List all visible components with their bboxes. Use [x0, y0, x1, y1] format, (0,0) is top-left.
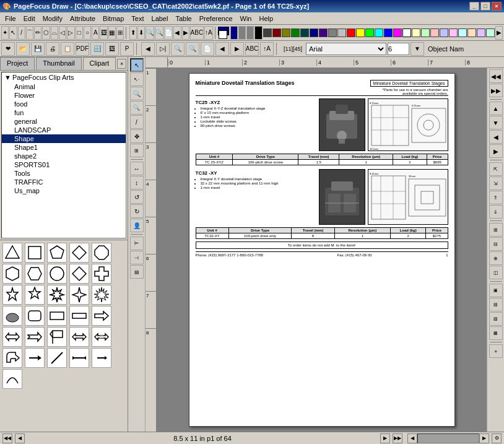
tb-arc[interactable]: ⌓: [51, 26, 58, 40]
rt-align1[interactable]: ▣: [489, 284, 503, 297]
tree-item-landscap[interactable]: LANDSCAP: [2, 126, 126, 134]
swatch-darkred[interactable]: [272, 28, 281, 37]
tb-img[interactable]: 🖼: [100, 26, 107, 40]
shape-rounded-rect[interactable]: [25, 306, 45, 326]
menu-attribute[interactable]: Attribute: [66, 14, 99, 24]
swatch-lightblue[interactable]: [440, 28, 448, 37]
status-next2[interactable]: ▶▶: [393, 433, 402, 443]
tb-text[interactable]: A: [92, 26, 99, 40]
rt-nav2[interactable]: ⇲: [489, 176, 503, 190]
tb-line[interactable]: /: [18, 26, 25, 40]
tb2-zoom2[interactable]: 🔍: [186, 42, 199, 56]
shape-small-arrow[interactable]: [92, 348, 111, 368]
shape-star5[interactable]: [2, 285, 22, 305]
shape-star4[interactable]: [69, 285, 89, 305]
new-button[interactable]: ✦: [1, 26, 9, 40]
shape-star6[interactable]: [25, 285, 45, 305]
shape-notched-arrow[interactable]: [25, 327, 45, 347]
menu-bitmap[interactable]: Bitmap: [99, 14, 128, 24]
font-select[interactable]: Arial: [306, 43, 386, 55]
maximize-button[interactable]: □: [480, 2, 490, 11]
swatch-blue[interactable]: [384, 28, 393, 37]
shape-square[interactable]: [25, 243, 45, 263]
tool-select2[interactable]: ↖·: [130, 72, 144, 86]
shape-double-arrow2[interactable]: [92, 327, 111, 347]
tab-thumbnail[interactable]: Thumbnail: [36, 57, 81, 70]
tb-poly[interactable]: ⬡: [42, 26, 50, 40]
swatch-lime[interactable]: [365, 28, 374, 37]
tb2-btn6[interactable]: PDF: [76, 42, 89, 56]
shape-hexagon2[interactable]: [25, 264, 45, 284]
tool-multipage[interactable]: ⊞: [130, 144, 144, 157]
rt-down[interactable]: ▼: [489, 116, 503, 129]
status-prev[interactable]: ◀◀: [2, 433, 12, 443]
menu-preference[interactable]: Preference: [196, 14, 237, 24]
rt-align2[interactable]: ▤: [489, 298, 503, 311]
tool-pattern[interactable]: ▤: [130, 265, 144, 279]
rt-last1[interactable]: ≡: [489, 344, 503, 358]
tab-project[interactable]: Project: [0, 57, 35, 70]
tb2-next[interactable]: ▶: [230, 42, 244, 56]
rt-tool2[interactable]: ⊟: [489, 237, 503, 251]
swatch-lightcyan[interactable]: [458, 28, 467, 37]
status-next[interactable]: ▶: [380, 433, 390, 443]
rt-nav1[interactable]: ⇱: [489, 162, 503, 176]
tool-rotate[interactable]: ↺: [130, 190, 144, 204]
bg-color[interactable]: [219, 30, 227, 39]
tb-arrow[interactable]: ↖: [9, 26, 17, 40]
swatch-darkgray[interactable]: [263, 28, 272, 37]
tool-line[interactable]: /: [130, 115, 144, 129]
rt-tool1[interactable]: ⊞: [489, 223, 503, 237]
close-panel-button[interactable]: ×: [117, 59, 126, 69]
tb2-caps2[interactable]: ↑A: [260, 42, 274, 56]
font-size-input[interactable]: [388, 43, 409, 55]
rt-up[interactable]: ▲: [489, 102, 503, 115]
shape-diagonal-line[interactable]: [47, 348, 67, 368]
swatch-white[interactable]: [402, 28, 411, 37]
shape-bent-arrow[interactable]: [2, 348, 22, 368]
tb-grid[interactable]: ⊞: [116, 26, 124, 40]
tb2-btn5[interactable]: 📋: [61, 42, 74, 56]
swatch-yellow[interactable]: [356, 28, 365, 37]
tree-root[interactable]: ▼ PageFocus Clip Arts: [2, 72, 126, 82]
tree-item-fun[interactable]: fun: [2, 108, 126, 117]
tb-next[interactable]: ▶: [182, 26, 189, 40]
font-size-down[interactable]: ▼: [411, 42, 424, 56]
swatch-lightgreen[interactable]: [421, 28, 430, 37]
shape-sunburst[interactable]: [92, 285, 111, 305]
tb-spell[interactable]: ABC: [190, 26, 204, 40]
tb2-btn9[interactable]: P: [120, 42, 134, 56]
color-arrow1[interactable]: ◀: [254, 26, 262, 40]
swatch-darkteal[interactable]: [300, 28, 309, 37]
scroll-right[interactable]: ▶: [479, 433, 489, 443]
tool-person[interactable]: 👤: [130, 219, 144, 232]
tool-fliph[interactable]: ↔: [130, 162, 144, 175]
tb-curve[interactable]: ⌒: [26, 26, 33, 40]
swatch-lightyellow[interactable]: [412, 28, 420, 37]
tb-rect[interactable]: □: [76, 26, 83, 40]
rt-right[interactable]: ▶: [489, 144, 503, 158]
tool-move[interactable]: ✥: [130, 129, 144, 143]
tool-zoom-out[interactable]: 🔍: [130, 101, 144, 115]
tree-item-animal[interactable]: Animal: [2, 82, 126, 91]
tb-shape1[interactable]: ◁: [59, 26, 66, 40]
tb-shape2[interactable]: ▷: [67, 26, 74, 40]
shape-arc[interactable]: [2, 369, 22, 389]
swatch-mint[interactable]: [486, 28, 495, 37]
scroll-left[interactable]: ◀: [407, 433, 417, 443]
shape-diamond[interactable]: [69, 243, 89, 263]
tree-item-usmap[interactable]: Us_map: [2, 186, 126, 195]
shape-horiz-arrow2[interactable]: [69, 348, 89, 368]
tb-zoom-in[interactable]: 🔍: [146, 26, 154, 40]
shape-triangle[interactable]: [2, 243, 22, 263]
menu-win[interactable]: Win: [237, 14, 256, 24]
menu-text[interactable]: Text: [128, 14, 147, 24]
tab-clipart[interactable]: Clipart: [83, 57, 116, 70]
tb2-btn2[interactable]: 📂: [16, 42, 30, 56]
tb-prev[interactable]: ◀: [173, 26, 181, 40]
rt-next-page[interactable]: ▶▶: [489, 84, 503, 97]
rt-nav4[interactable]: ⇓: [489, 205, 503, 219]
tree-item-general[interactable]: general: [2, 117, 126, 126]
shape-arrow-left-right[interactable]: [2, 327, 22, 347]
tb2-prev[interactable]: ◀: [215, 42, 229, 56]
